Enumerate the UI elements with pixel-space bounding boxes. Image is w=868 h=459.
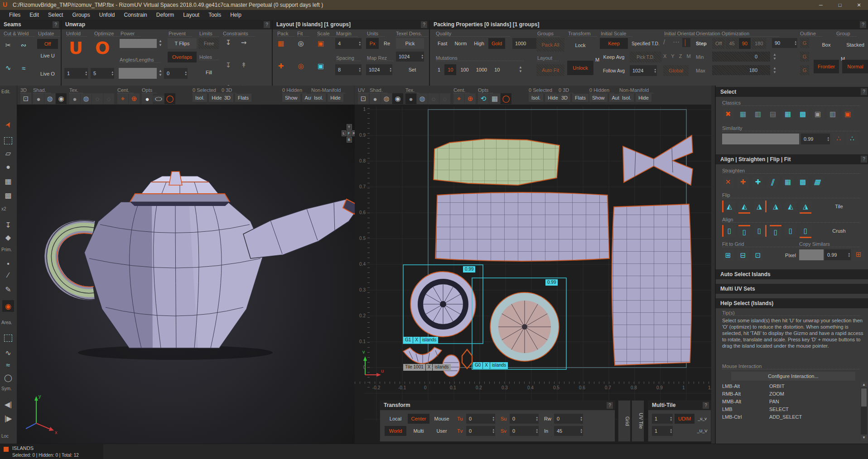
isol-button[interactable]: Isol. (619, 94, 634, 102)
sphere-shaded-wire-icon[interactable]: ◉ (392, 93, 403, 104)
scroll-thumb[interactable] (861, 388, 867, 406)
flats-button[interactable]: Flats (572, 94, 588, 102)
uv-island-lid-under[interactable] (472, 278, 566, 369)
align-right-icon[interactable]: ▯ (753, 225, 767, 237)
help-icon[interactable]: ? (53, 21, 59, 28)
navcube-face-L[interactable]: L (342, 130, 347, 136)
select-cursor-icon[interactable]: ➤ (0, 116, 16, 133)
pack-translate-icon[interactable]: ✚ (275, 61, 286, 72)
angles-spin-icon[interactable]: ▲▼ (159, 69, 162, 77)
g0-island-tag[interactable]: G0Xislands (473, 362, 508, 369)
texture-checker-icon[interactable]: ◍ (81, 93, 92, 104)
similarity-value-field[interactable]: 0.99▴▾ (801, 134, 830, 144)
circle-area-icon[interactable]: ◯ (2, 372, 14, 383)
tag-segment[interactable]: islands (490, 362, 508, 369)
maximize-icon[interactable]: □ (831, 0, 849, 10)
navcube-face-B[interactable]: B (347, 137, 352, 143)
sphere-brush-icon[interactable]: ● (2, 161, 14, 173)
configure-interaction-button[interactable]: Configure Interaction... (731, 372, 855, 381)
3d-button[interactable]: 3D (222, 94, 233, 102)
keep-avg-button[interactable]: Keep Avg (600, 52, 628, 62)
help-icon[interactable]: ? (264, 21, 270, 28)
ellipse-icon[interactable]: ◯ (153, 96, 164, 101)
navcube-face-F[interactable]: F (347, 130, 352, 136)
mutation-10-button[interactable]: 10 (444, 64, 456, 75)
shield-icon[interactable]: ◆ (2, 231, 14, 243)
isol-button[interactable]: Isol. (193, 94, 207, 102)
texture-checker-icon[interactable]: ◍ (417, 93, 428, 104)
sphere-shaded-wire-icon[interactable]: ◉ (56, 93, 67, 104)
uv-island-spout[interactable] (623, 135, 693, 185)
navcube-face-T[interactable]: T (347, 124, 352, 130)
scale-free-icon[interactable]: ▣ (315, 61, 326, 72)
holes-value-field[interactable]: 0▴▾ (164, 68, 188, 79)
max-spin-icon[interactable]: ▲▼ (773, 66, 776, 74)
texture-checker-dim2-icon[interactable]: ◌ (439, 93, 450, 104)
fill-button[interactable]: Fill (198, 67, 219, 78)
help-icon[interactable]: ? (703, 402, 709, 409)
scroll-down-icon[interactable]: ▼ (861, 435, 867, 440)
tu-field[interactable]: 0▴▾ (466, 414, 495, 424)
menu-layout[interactable]: Layout (178, 10, 204, 20)
transform-mouse-button[interactable]: Mouse (431, 414, 453, 424)
axis-x-toggle[interactable]: X (663, 53, 666, 59)
straighten-v-icon[interactable]: ✚ (752, 176, 764, 188)
help-icon[interactable]: ? (607, 402, 613, 409)
max-slider[interactable]: 180 (712, 65, 770, 75)
weld-selection-icon[interactable]: ≈ (18, 62, 29, 73)
similarity-slider[interactable] (722, 134, 799, 144)
similar-tree-icon[interactable]: ∴ (846, 133, 858, 144)
hide-button[interactable]: Hide (328, 94, 343, 102)
mouse-binding-row[interactable]: RMB-AltZOOM (719, 390, 855, 398)
axis-m-toggle[interactable]: M (686, 53, 690, 59)
align-top-icon[interactable]: ▯ (770, 225, 781, 238)
center-pivot-icon[interactable]: ⌖ (453, 93, 464, 104)
lock-button[interactable]: Lock (567, 38, 593, 53)
menu-files[interactable]: Files (5, 10, 25, 20)
mutations-spin-icon[interactable]: ▲▼ (519, 65, 522, 73)
help-icon[interactable]: ? (861, 88, 867, 95)
diagonal-lines-icon[interactable]: ∥ (765, 176, 781, 188)
step-180-button[interactable]: 180 (752, 38, 766, 49)
transform-multi-button[interactable]: Multi (408, 426, 429, 436)
menu-help[interactable]: Help (226, 10, 246, 20)
normal-button[interactable]: Normal (842, 60, 868, 73)
angle-fixed-icon[interactable]: ❘ (682, 38, 690, 47)
frontier-button[interactable]: Frontier (814, 60, 839, 73)
step-value-field[interactable]: 90▴▾ (772, 38, 797, 48)
pin-fill-icon[interactable]: ↧ (223, 60, 234, 71)
transform-local-button[interactable]: Local (385, 414, 406, 424)
sphere-wireframe-icon[interactable]: ◍ (381, 93, 392, 104)
teapot-lid[interactable] (130, 172, 230, 206)
tag-segment[interactable]: Tile 1001 (403, 364, 425, 371)
transform-user-button[interactable]: User (431, 426, 453, 436)
texture-checker-dim2-icon[interactable]: ◌ (103, 93, 114, 104)
marquee-select-icon[interactable] (2, 135, 14, 147)
flip-cw-icon[interactable]: ◮ (770, 201, 781, 212)
teapot-spout[interactable] (243, 199, 355, 258)
overlap-squares-icon[interactable]: ▣ (842, 108, 854, 120)
rect-area-icon[interactable] (2, 332, 14, 344)
auto-select-islands-header[interactable]: Auto Select Islands (716, 269, 868, 279)
grid-outline-icon[interactable]: ▦ (782, 108, 794, 120)
overlaps-button[interactable]: Overlaps (168, 52, 197, 62)
unlock-button[interactable]: Unlock (567, 61, 593, 75)
units-px-button[interactable]: Px (366, 38, 379, 49)
help-icon[interactable]: ? (860, 21, 866, 28)
outline-box-button[interactable]: Box (814, 38, 839, 52)
tile-v-field[interactable]: 1▴▾ (652, 426, 673, 436)
dotted-columns-icon[interactable]: ▥ (752, 108, 764, 120)
live-o-button[interactable]: Live O (37, 69, 58, 79)
mouse-table-scrollbar[interactable]: ▲ ▼ (861, 382, 867, 440)
tv-field[interactable]: 0▴▾ (466, 426, 495, 436)
isol-button[interactable]: Isol. (311, 94, 326, 102)
tab-uv-tile[interactable]: UV Tile (632, 400, 644, 442)
uv-island-arc[interactable] (403, 347, 442, 363)
pin-icon[interactable]: ↧ (2, 219, 14, 231)
grid-icon[interactable]: ▦ (489, 93, 500, 104)
texel-pick-button[interactable]: Pick (396, 38, 424, 49)
select-section-header[interactable]: Select? (716, 87, 868, 97)
help-icon[interactable]: ? (421, 21, 427, 28)
tag-segment[interactable]: X (426, 364, 433, 371)
uv-island-handle[interactable] (434, 139, 559, 185)
